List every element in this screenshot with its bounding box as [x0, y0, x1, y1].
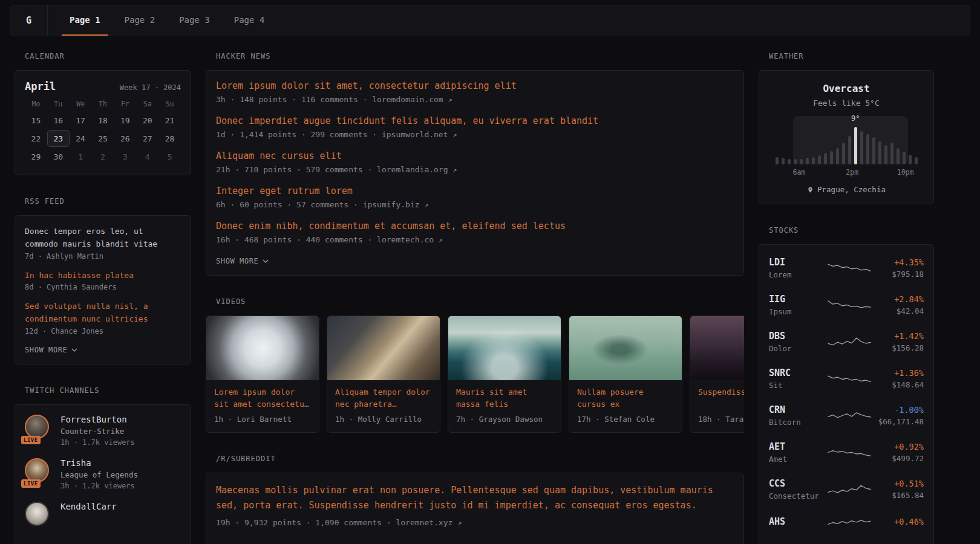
weather-hour-bar: [848, 136, 851, 164]
weekday-label: Th: [92, 100, 114, 108]
stock-symbol: SNRC: [769, 368, 827, 378]
video-title-link[interactable]: Lorem ipsum dolor sit amet consectetu…: [214, 386, 311, 410]
external-link-icon: ↗: [448, 96, 452, 104]
calendar-day: 26: [114, 130, 136, 147]
tab-page-1[interactable]: Page 1: [62, 5, 108, 36]
video-title-link[interactable]: Mauris sit amet massa felis: [456, 386, 553, 410]
rss-show-more-button[interactable]: SHOW MORE: [25, 346, 77, 354]
tab-page-3[interactable]: Page 3: [171, 5, 218, 36]
hn-title-link[interactable]: Donec enim nibh, condimentum et accumsan…: [216, 221, 734, 232]
video-thumbnail[interactable]: [327, 316, 440, 380]
rss-item-link[interactable]: Donec tempor eros leo, ut commodo mauris…: [25, 225, 181, 251]
calendar-week-year: Week 17 · 2024: [120, 83, 181, 92]
channel-name[interactable]: Trisha: [60, 458, 138, 468]
twitch-channel-row[interactable]: LIVE Trisha League of Legends 3h · 1.2k …: [25, 458, 181, 490]
stock-row[interactable]: IIG Ipsum +2.84% $42.04: [769, 287, 924, 323]
video-thumbnail[interactable]: [569, 316, 682, 380]
calendar-day: 1: [70, 148, 92, 165]
hacker-news-widget: Lorem ipsum dolor sit amet, consectetur …: [206, 70, 744, 276]
rss-item-link[interactable]: Sed volutpat nulla nisl, a condimentum n…: [25, 300, 181, 326]
weekday-label: Fr: [114, 100, 136, 108]
chevron-down-icon: [263, 259, 269, 263]
calendar-day: 20: [136, 112, 158, 129]
stock-symbol: CRN: [769, 404, 827, 415]
stock-row[interactable]: LDI Lorem +4.35% $795.18: [769, 254, 924, 287]
app-logo[interactable]: G: [10, 5, 48, 36]
stock-change: +2.84%: [894, 294, 924, 304]
video-title-link[interactable]: Nullam posuere cursus ex: [577, 386, 674, 410]
stock-row[interactable]: CRN Bitcorn -1.00% $66,171.48: [769, 397, 924, 434]
stock-price: $66,171.48: [878, 417, 924, 426]
channel-avatar-image: [25, 502, 49, 526]
weather-hour-bar: [909, 155, 912, 164]
weekday-label: Mo: [25, 100, 47, 108]
calendar-section-label: CALENDAR: [25, 52, 191, 60]
channel-meta: 3h · 1.2k viewers: [60, 482, 138, 490]
calendar-day: 15: [25, 112, 47, 129]
rss-item-link[interactable]: In hac habitasse platea: [25, 270, 181, 282]
hn-domain-link[interactable]: ipsumify.biz ↗: [363, 200, 429, 209]
video-card: Suspendisse diam 18h · Tara: [690, 316, 744, 433]
stock-symbol: DBS: [769, 331, 827, 342]
left-column: CALENDAR April Week 17 · 2024 Mo Tu We T…: [15, 52, 191, 544]
topbar: G Page 1 Page 2 Page 3 Page 4: [10, 5, 970, 36]
weather-hour-bar: [824, 153, 827, 164]
stock-row[interactable]: AET Amet +0.92% $499.72: [769, 434, 924, 471]
hn-title-link[interactable]: Aliquam nec cursus elit: [216, 151, 734, 161]
stock-symbol: LDI: [769, 257, 827, 268]
video-title-link[interactable]: Aliquam tempor dolor nec pharetra…: [335, 386, 432, 410]
hn-show-more-button[interactable]: SHOW MORE: [216, 257, 269, 265]
video-title-link[interactable]: Suspendisse diam: [698, 386, 744, 410]
channel-name[interactable]: KendallCarr: [60, 502, 117, 511]
weather-condition: Overcast: [769, 83, 924, 94]
calendar-day: 28: [158, 130, 181, 147]
video-meta: 1h · Molly Carrillo: [335, 415, 432, 424]
stock-change: +4.35%: [892, 257, 924, 267]
video-thumbnail[interactable]: [206, 316, 319, 380]
calendar-day: 24: [70, 130, 92, 147]
stock-price: $165.84: [892, 491, 924, 500]
video-thumbnail[interactable]: [448, 316, 561, 380]
location-pin-icon: [807, 186, 814, 194]
stock-name: Sit: [769, 381, 827, 390]
stock-sparkline: [827, 445, 872, 461]
hn-domain-link[interactable]: ipsumworld.net ↗: [382, 130, 457, 139]
stock-row[interactable]: SNRC Sit +1.36% $148.64: [769, 360, 924, 397]
hn-title-link[interactable]: Lorem ipsum dolor sit amet, consectetur …: [216, 80, 734, 91]
video-thumbnail[interactable]: [690, 316, 744, 380]
subreddit-post-meta: 19h · 9,932 points · 1,090 comments · lo…: [216, 518, 734, 527]
right-column: WEATHER Overcast Feels like 5°C 9° 6am 2…: [759, 52, 934, 544]
weather-hour-bar: [812, 157, 815, 164]
calendar-day: 25: [92, 130, 114, 147]
channel-meta: 1h · 1.7k viewers: [60, 438, 135, 447]
hn-title-link[interactable]: Integer eget rutrum lorem: [216, 186, 734, 196]
channel-name[interactable]: ForrestBurton: [60, 415, 135, 424]
weather-hour-bar: [842, 143, 845, 164]
twitch-channel-row[interactable]: KendallCarr: [25, 502, 181, 528]
hn-title-link[interactable]: Donec imperdiet augue tincidunt felis al…: [216, 115, 734, 126]
hn-item-meta: 21h · 710 points · 579 comments · loreml…: [216, 165, 734, 174]
stock-row[interactable]: CCS Consectetur +0.51% $165.84: [769, 471, 924, 508]
calendar-day: 19: [114, 112, 136, 129]
subreddit-post-link[interactable]: Maecenas mollis pulvinar erat non posuer…: [216, 483, 734, 513]
hn-domain-link[interactable]: loremdomain.com ↗: [372, 95, 452, 104]
weather-hour-bar: [915, 157, 918, 164]
twitch-section-label: TWITCH CHANNELS: [25, 386, 191, 395]
calendar-day: 29: [25, 148, 47, 165]
subreddit-domain-link[interactable]: loremnet.xyz ↗: [396, 518, 462, 527]
video-card: Lorem ipsum dolor sit amet consectetu… 1…: [206, 316, 319, 433]
stock-row[interactable]: DBS Dolor +1.42% $156.28: [769, 323, 924, 360]
tab-page-2[interactable]: Page 2: [117, 5, 163, 36]
stock-row[interactable]: AHS +0.46%: [769, 508, 924, 538]
rss-item-meta: 7d · Ashlyn Martin: [25, 252, 181, 261]
twitch-channel-row[interactable]: LIVE ForrestBurton Counter-Strike 1h · 1…: [25, 415, 181, 447]
stock-price: $795.18: [892, 270, 924, 279]
stock-symbol: CCS: [769, 478, 827, 489]
hn-item-meta: 3h · 148 points · 116 comments · loremdo…: [216, 95, 734, 104]
hn-domain-link[interactable]: loremlandia.org ↗: [377, 165, 457, 174]
calendar-day: 22: [25, 130, 47, 147]
hn-domain-link[interactable]: loremtech.co ↗: [377, 235, 443, 244]
tab-page-4[interactable]: Page 4: [226, 5, 273, 36]
stock-change: -1.00%: [878, 405, 924, 415]
weather-section-label: WEATHER: [769, 52, 934, 60]
